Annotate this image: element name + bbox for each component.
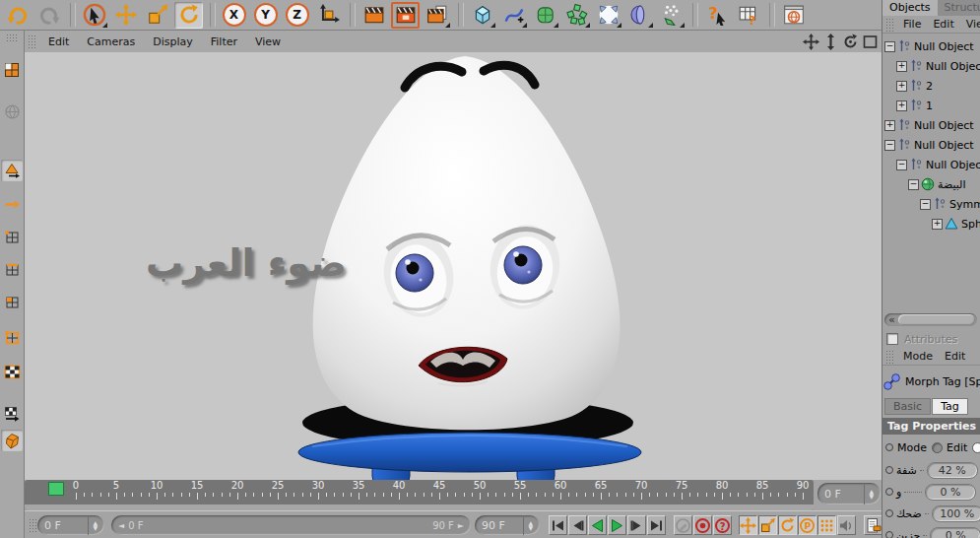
end-frame-spinner[interactable]: ▲▼ [523,515,533,535]
keyframe-circle[interactable] [885,531,893,538]
autokey-button[interactable] [674,515,692,535]
toolbar-grip[interactable] [6,34,18,41]
edges-mode-button[interactable] [1,258,23,280]
zoom-view-button[interactable] [821,33,839,50]
content-browser-button[interactable]: ? [734,2,762,29]
help-button[interactable]: ? [702,2,731,29]
selected-object-row[interactable]: Morph Tag [Sp [882,368,980,395]
object-tree-item[interactable]: +Null Objec [882,56,980,76]
object-tree-item[interactable]: +1 [882,96,980,115]
attributes-lock-checkbox[interactable] [886,333,898,345]
sphere-segment-button[interactable] [625,2,654,29]
web-globe-button[interactable] [779,2,808,29]
start-frame-field[interactable]: 0 F ▲▼ [37,515,104,535]
manager-tab-structure[interactable]: Structure [938,0,980,16]
viewport-menu-edit[interactable]: Edit [39,35,78,48]
texture-arrow-button[interactable] [1,193,23,215]
live-selection-button[interactable] [80,2,108,29]
viewport-3d-canvas[interactable]: ضوء العرب [25,52,882,480]
texture-axis-mode-button[interactable] [1,398,23,430]
play-reverse-button[interactable] [588,515,607,535]
key-position-button[interactable] [739,515,757,535]
objects-menu-file[interactable]: File [897,18,927,31]
end-frame-field[interactable]: 90 F ▲▼ [475,515,540,535]
viewport-menu-view[interactable]: View [246,35,290,48]
model-mode-button[interactable] [1,160,23,181]
particles-button[interactable] [657,2,686,29]
bottom-bar-grip[interactable] [29,518,37,532]
property-value-field[interactable]: 100 % [932,505,980,522]
edit-radio-on[interactable] [972,442,980,453]
object-tree-item[interactable]: −Null Object [882,36,980,56]
attribute-tab-tag[interactable]: Tag [932,398,968,415]
tree-expand-toggle[interactable]: + [896,81,907,92]
tree-expand-toggle[interactable]: − [920,199,931,210]
key-scale-button[interactable] [758,515,777,535]
keyframe-circle[interactable] [885,488,893,496]
texture-mode-button[interactable] [1,361,23,382]
render-view-button[interactable] [359,2,388,29]
property-value-field[interactable]: 0 % [925,484,976,501]
axis-y-button[interactable]: Y [251,2,280,29]
record-keyframe-button[interactable] [693,515,712,535]
current-frame-field[interactable]: 0 F ▲▼ [817,483,881,504]
object-tree-item[interactable]: +Null Object [882,115,980,135]
next-key-button[interactable] [627,515,646,535]
viewport-menu-display[interactable]: Display [144,35,202,48]
rotate-button[interactable] [174,2,203,29]
tree-expand-toggle[interactable]: − [884,41,895,52]
keyframe-circle[interactable] [885,509,893,517]
frame-range-slider[interactable]: ◄ 0 F 90 F ► [111,515,471,535]
tree-expand-toggle[interactable]: − [884,140,895,151]
timeline-ruler[interactable]: 051015202530354045505560657075808590 [25,480,814,510]
array-button[interactable] [562,2,591,29]
record-help-button[interactable]: ? [713,515,732,535]
mode-radio-off[interactable] [932,442,943,453]
attributes-menu-grip[interactable] [885,350,894,364]
object-tree-item[interactable]: −Symm [882,194,980,214]
move-button[interactable] [111,2,140,29]
axis-z-button[interactable]: Z [283,2,311,29]
render-active-button[interactable] [391,2,420,29]
viewport-menubar-grip[interactable] [28,34,36,48]
sound-button[interactable] [837,515,856,535]
points-mode-button[interactable] [1,226,23,247]
keyframe-circle[interactable] [885,443,893,451]
attributes-menu-mode[interactable]: Mode [897,350,939,363]
range-left-arrow-icon[interactable]: ◄ [118,521,124,530]
scale-button[interactable] [143,2,171,29]
globe-gray-button[interactable] [1,97,23,126]
coordinate-system-button[interactable] [314,2,343,29]
object-tree-item[interactable]: −البيضة [882,174,980,194]
scrollbar-thumb[interactable] [898,314,975,325]
attributes-menu-edit[interactable]: Edit [939,350,971,363]
property-value-field[interactable]: 0 % [930,527,980,538]
key-pla-button[interactable] [817,515,836,535]
prev-key-button[interactable] [568,515,587,535]
objects-menu-grip[interactable] [885,18,894,32]
tree-expand-toggle[interactable]: − [896,160,907,170]
pan-view-button[interactable] [802,33,819,50]
object-axis-mode-button[interactable] [1,326,23,348]
undo-button[interactable] [3,2,32,29]
viewport-menu-cameras[interactable]: Cameras [78,35,144,48]
key-rotation-button[interactable] [778,515,797,535]
objects-menu-edit[interactable]: Edit [927,18,959,31]
object-tree-item[interactable]: −Null Objec [882,155,980,174]
doc-flag-button[interactable] [864,515,882,535]
redo-button[interactable] [34,2,63,29]
goto-start-button[interactable] [549,515,567,535]
make-editable-button[interactable] [1,59,23,81]
hypernurbs-button[interactable] [531,2,559,29]
timeline-playhead[interactable] [48,482,64,496]
current-frame-spinner[interactable]: ▲▼ [864,483,874,504]
object-tree-item[interactable]: −Null Object [882,135,980,155]
objects-menu-view[interactable]: View [960,18,980,31]
attribute-tab-basic[interactable]: Basic [884,398,931,415]
spline-button[interactable] [499,2,528,29]
objects-hscrollbar[interactable]: « [884,313,977,326]
tree-expand-toggle[interactable]: + [884,120,895,131]
primitive-cube-button[interactable] [468,2,496,29]
keyframe-circle[interactable] [885,466,893,474]
rotate-view-button[interactable] [841,33,859,50]
